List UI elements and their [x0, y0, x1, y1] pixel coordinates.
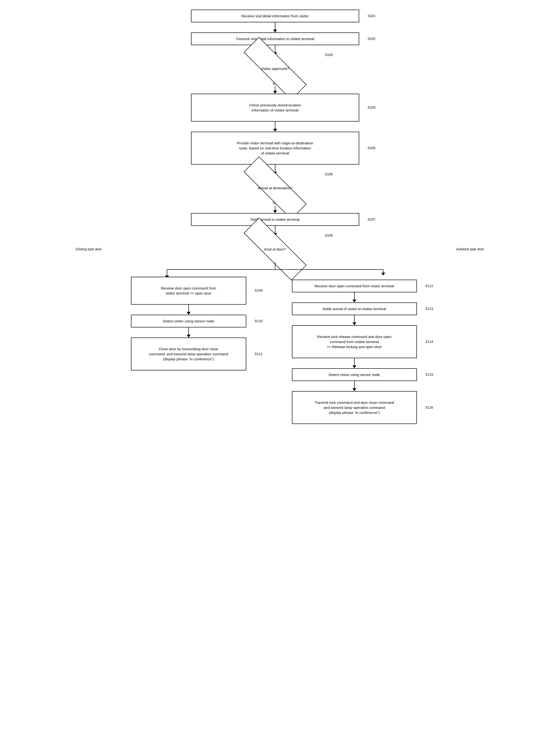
- s111-box: Close door by transmitting door close co…: [131, 338, 246, 370]
- s113-label: S113: [425, 307, 433, 311]
- s106-label: S106: [325, 172, 333, 176]
- s109-box: Receive door open command from visitor t…: [131, 277, 246, 305]
- s105-row: Provide visitor terminal with origin-to-…: [47, 132, 503, 165]
- s109-row: Receive door open command from visitor t…: [119, 277, 258, 305]
- s107-label: S107: [368, 217, 376, 222]
- s103-row: Visitor approved? S103: [47, 55, 503, 82]
- s116-label: S116: [425, 405, 433, 410]
- s103-diamond: Visitor approved?: [234, 55, 316, 82]
- two-column-section: Receive door open command from visitor t…: [119, 277, 431, 424]
- s104-text: Check previously stored location informa…: [249, 103, 301, 112]
- s104-row: Check previously stored location informa…: [47, 94, 503, 122]
- s112-label: S112: [425, 284, 433, 289]
- s115-box: Detect visitor using sensor node S115: [292, 368, 417, 381]
- s113-row: Notify arrival of visitor to visitee ter…: [278, 302, 431, 315]
- s105-text: Provide visitor terminal with origin-to-…: [237, 141, 313, 155]
- left-branch: Receive door open command from visitor t…: [119, 277, 258, 370]
- s111-row: Close door by transmitting door close co…: [119, 338, 258, 370]
- s115-label: S115: [425, 372, 433, 377]
- s108-row: Closing type door Kind of door? Autolock…: [47, 236, 503, 262]
- s106-row: Arrival at destination? S106: [47, 175, 503, 201]
- s109-text: Receive door open command from visitor t…: [161, 286, 216, 295]
- s104-box: Check previously stored location informa…: [191, 94, 359, 122]
- s110-label: S110: [255, 319, 263, 324]
- s101-row: Receive visit detail information from vi…: [47, 10, 503, 22]
- s111-text: Close door by transmitting door close co…: [149, 347, 228, 361]
- s110-row: Detect visitor using sensor node S110: [119, 315, 258, 327]
- s115-text: Detect visitor using sensor node: [329, 373, 380, 377]
- s102-box: Transmit visit detail information to vis…: [191, 32, 359, 45]
- split-line: [119, 262, 431, 277]
- right-branch: Receive door open command from visitor t…: [278, 280, 431, 424]
- s105-label: S105: [368, 146, 376, 151]
- flowchart: Receive visit detail information from vi…: [47, 10, 503, 424]
- arrow-101-102: [273, 22, 277, 32]
- s115-row: Detect visitor using sensor node S115: [278, 368, 431, 381]
- s103-label: S103: [325, 53, 333, 57]
- s107-box: Notify arrival to visitee terminal S107: [191, 213, 359, 226]
- arrow-113-114: [352, 315, 356, 325]
- s114-row: Receive lock release command and door op…: [278, 325, 431, 358]
- s109-label: S109: [255, 288, 263, 293]
- arrow-114-115: [352, 358, 356, 368]
- s108-text: Kind of door?: [264, 247, 286, 251]
- s116-row: Transmit lock command and door close com…: [278, 391, 431, 424]
- svg-marker-5: [381, 273, 385, 276]
- s114-box: Receive lock release command and door op…: [292, 325, 417, 358]
- arrow-109-110: [187, 305, 191, 315]
- s102-label: S102: [368, 37, 376, 41]
- s113-text: Notify arrival of visitor to visitee ter…: [322, 307, 386, 311]
- s110-text: Detect visitor using sensor node: [163, 319, 214, 323]
- s110-box: Detect visitor using sensor node S110: [131, 315, 246, 327]
- s116-text: Transmit lock command and door close com…: [315, 400, 394, 415]
- s116-box: Transmit lock command and door close com…: [292, 391, 417, 424]
- s101-box: Receive visit detail information from vi…: [191, 10, 359, 22]
- s102-row: Transmit visit detail information to vis…: [47, 32, 503, 45]
- s114-text: Receive lock release command and door op…: [317, 335, 391, 349]
- s106-text: Arrival at destination?: [258, 186, 292, 190]
- s108-right-label: Autolock type door: [456, 247, 484, 251]
- s106-diamond: Arrival at destination?: [234, 175, 316, 201]
- s102-text: Transmit visit detail information to vis…: [236, 37, 314, 41]
- s113-box: Notify arrival of visitor to visitee ter…: [292, 302, 417, 315]
- s111-label: S111: [255, 352, 263, 356]
- arrow-115-116: [352, 381, 356, 391]
- s107-row: Notify arrival to visitee terminal S107: [47, 213, 503, 226]
- s112-text: Receive door open command from visitor t…: [315, 284, 394, 288]
- arrow-110-111: [187, 327, 191, 338]
- s108-left-label: Closing type door: [76, 247, 102, 251]
- s108-diamond: Kind of door?: [234, 236, 316, 262]
- s101-text: Receive visit detail information from vi…: [241, 14, 309, 18]
- arrow-112-113: [352, 292, 356, 302]
- arrow-104-105: [273, 122, 277, 132]
- split-svg: [119, 262, 431, 277]
- s112-box: Receive door open command from visitor t…: [292, 280, 417, 292]
- s114-label: S114: [425, 339, 433, 344]
- s103-text: Visitor approved?: [261, 67, 289, 71]
- s112-row: Receive door open command from visitor t…: [278, 280, 431, 292]
- s108-label: S108: [325, 234, 333, 237]
- s104-label: S104: [368, 105, 376, 110]
- s105-box: Provide visitor terminal with origin-to-…: [191, 132, 359, 165]
- s101-label: S101: [368, 14, 376, 18]
